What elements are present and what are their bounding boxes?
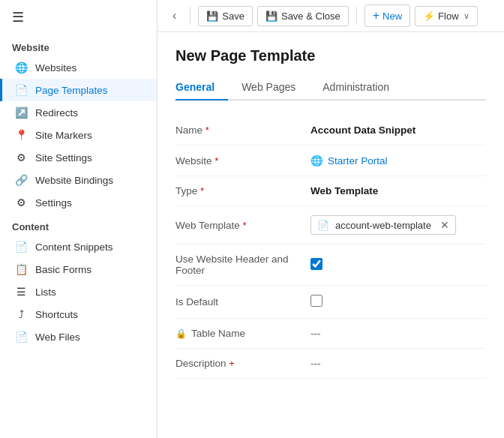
required-star-4: * bbox=[243, 220, 247, 231]
value-web-template[interactable]: 📄 account-web-template ✕ bbox=[310, 206, 486, 244]
sidebar-icon-shortcuts: ⤴ bbox=[14, 308, 28, 320]
save-button[interactable]: 💾 Save bbox=[198, 6, 253, 26]
form-row-is-default: Is Default bbox=[176, 286, 486, 319]
sidebar-label-site-settings: Site Settings bbox=[35, 152, 92, 164]
sidebar-icon-web-files: 📄 bbox=[14, 331, 28, 343]
sidebar-label-web-files: Web Files bbox=[35, 332, 80, 343]
sidebar-item-settings[interactable]: ⚙Settings bbox=[0, 191, 157, 214]
chevron-down-icon: ∨ bbox=[464, 11, 470, 21]
sidebar-item-websites[interactable]: 🌐Websites bbox=[0, 56, 157, 79]
table-name-label-text: Table Name bbox=[191, 328, 245, 339]
website-value: Starter Portal bbox=[328, 155, 388, 166]
save-close-button[interactable]: 💾 Save & Close bbox=[257, 6, 349, 26]
value-name: Account Data Snippet bbox=[310, 116, 486, 146]
sidebar-label-content-snippets: Content Snippets bbox=[35, 242, 113, 253]
sidebar-icon-site-markers: 📍 bbox=[14, 129, 28, 141]
sidebar-icon-page-templates: 📄 bbox=[14, 84, 28, 96]
sidebar-item-site-settings[interactable]: ⚙Site Settings bbox=[0, 146, 157, 169]
description-value: --- bbox=[310, 358, 321, 369]
web-template-value: account-web-template bbox=[335, 220, 431, 231]
separator-1 bbox=[190, 7, 190, 25]
sidebar-icon-content-snippets: 📄 bbox=[14, 241, 28, 253]
sidebar-label-redirects: Redirects bbox=[35, 107, 78, 118]
sidebar-icon-website-bindings: 🔗 bbox=[14, 174, 28, 186]
required-star-2: * bbox=[215, 156, 219, 166]
is-default-checkbox[interactable] bbox=[310, 295, 322, 307]
sidebar-label-settings: Settings bbox=[35, 197, 72, 208]
clear-web-template-button[interactable]: ✕ bbox=[440, 219, 449, 231]
sidebar-label-websites: Websites bbox=[35, 62, 76, 74]
back-button[interactable]: ‹ bbox=[166, 6, 182, 26]
label-is-default: Is Default bbox=[176, 286, 310, 319]
table-name-value: --- bbox=[310, 328, 321, 339]
tab-administration[interactable]: Administration bbox=[309, 75, 403, 100]
form-row-website: Website* 🌐 Starter Portal bbox=[176, 146, 486, 176]
label-web-template: Web Template* bbox=[176, 206, 310, 244]
sidebar-label-page-templates: Page Templates bbox=[35, 85, 108, 96]
name-value: Account Data Snippet bbox=[310, 124, 416, 136]
sidebar-item-shortcuts[interactable]: ⤴Shortcuts bbox=[0, 303, 157, 326]
page-title: New Page Template bbox=[176, 47, 486, 64]
flow-label: Flow bbox=[438, 10, 458, 22]
form-row-header-footer: Use Website Header and Footer bbox=[176, 244, 486, 286]
sidebar-icon-websites: 🌐 bbox=[14, 62, 28, 74]
new-label: New bbox=[382, 10, 402, 22]
sidebar-label-lists: Lists bbox=[35, 286, 56, 298]
sidebar-item-redirects[interactable]: ↗️Redirects bbox=[0, 101, 157, 124]
sidebar-icon-settings: ⚙ bbox=[14, 196, 28, 208]
value-website: 🌐 Starter Portal bbox=[310, 146, 486, 176]
web-template-field[interactable]: 📄 account-web-template ✕ bbox=[310, 215, 456, 235]
main-panel: ‹ 💾 Save 💾 Save & Close + New ⚡ Flow ∨ N… bbox=[158, 0, 504, 438]
tab-web-pages[interactable]: Web Pages bbox=[228, 75, 309, 100]
label-website: Website* bbox=[176, 146, 310, 176]
form-row-name: Name* Account Data Snippet bbox=[176, 116, 486, 146]
table-name-label-group: 🔒 Table Name bbox=[176, 328, 310, 339]
lock-icon: 🔒 bbox=[176, 328, 187, 339]
label-table-name: 🔒 Table Name bbox=[176, 319, 310, 349]
form-row-type: Type* Web Template bbox=[176, 176, 486, 206]
sidebar-label-basic-forms: Basic Forms bbox=[35, 264, 92, 275]
label-name: Name* bbox=[176, 116, 310, 146]
tab-general[interactable]: General bbox=[176, 75, 228, 100]
sidebar-item-website-bindings[interactable]: 🔗Website Bindings bbox=[0, 169, 157, 191]
sidebar-icon-lists: ☰ bbox=[14, 286, 28, 298]
label-header-footer: Use Website Header and Footer bbox=[176, 244, 310, 286]
header-footer-checkbox[interactable] bbox=[310, 258, 322, 270]
sidebar-label-shortcuts: Shortcuts bbox=[35, 309, 78, 320]
label-description: Description+ bbox=[176, 349, 310, 379]
sidebar-item-lists[interactable]: ☰Lists bbox=[0, 280, 157, 303]
value-header-footer bbox=[310, 244, 486, 286]
sidebar: ☰ Website🌐Websites📄Page Templates↗️Redir… bbox=[0, 0, 158, 438]
type-value: Web Template bbox=[310, 185, 378, 196]
form-row-description: Description+ --- bbox=[176, 349, 486, 379]
flow-icon: ⚡ bbox=[423, 10, 435, 22]
form-table: Name* Account Data Snippet Website* 🌐 St… bbox=[176, 116, 486, 379]
sidebar-header: ☰ bbox=[0, 0, 157, 34]
toolbar: ‹ 💾 Save 💾 Save & Close + New ⚡ Flow ∨ bbox=[158, 0, 504, 32]
sidebar-label-site-markers: Site Markers bbox=[35, 130, 92, 141]
file-icon: 📄 bbox=[317, 220, 329, 231]
value-description: --- bbox=[310, 349, 486, 379]
sidebar-icon-redirects: ↗️ bbox=[14, 106, 28, 118]
website-link[interactable]: 🌐 Starter Portal bbox=[310, 154, 486, 166]
sidebar-label-website-bindings: Website Bindings bbox=[35, 175, 113, 186]
sidebar-item-basic-forms[interactable]: 📋Basic Forms bbox=[0, 258, 157, 280]
save-close-icon: 💾 bbox=[266, 10, 278, 22]
value-table-name: --- bbox=[310, 319, 486, 349]
save-icon: 💾 bbox=[206, 10, 218, 22]
sidebar-item-page-templates[interactable]: 📄Page Templates bbox=[0, 79, 157, 101]
sidebar-item-content-snippets[interactable]: 📄Content Snippets bbox=[0, 236, 157, 258]
new-button[interactable]: + New bbox=[364, 4, 410, 27]
flow-button[interactable]: ⚡ Flow ∨ bbox=[415, 6, 477, 26]
required-star-5: + bbox=[230, 358, 235, 369]
hamburger-icon[interactable]: ☰ bbox=[12, 9, 24, 26]
tabs-bar: General Web Pages Administration bbox=[176, 75, 486, 100]
sidebar-icon-basic-forms: 📋 bbox=[14, 263, 28, 275]
sidebar-section-website: Website bbox=[0, 34, 157, 56]
separator-2 bbox=[356, 7, 357, 25]
sidebar-item-site-markers[interactable]: 📍Site Markers bbox=[0, 124, 157, 146]
save-label: Save bbox=[222, 10, 244, 22]
sidebar-item-web-files[interactable]: 📄Web Files bbox=[0, 326, 157, 348]
required-star-3: * bbox=[200, 186, 204, 196]
form-row-table-name: 🔒 Table Name --- bbox=[176, 319, 486, 349]
